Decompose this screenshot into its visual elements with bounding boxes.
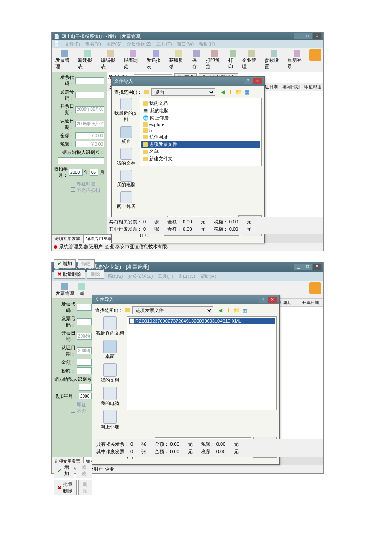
menu-window[interactable]: 窗口(W) (178, 273, 195, 280)
chk-immediate[interactable] (71, 181, 75, 185)
inp-invoice-code[interactable] (75, 77, 104, 84)
close-button[interactable]: × (313, 264, 321, 270)
inp-auth-date[interactable] (77, 347, 92, 354)
maximize-button[interactable]: □ (303, 33, 312, 39)
file-item[interactable]: 🌐网上邻居 (141, 114, 260, 121)
file-item[interactable]: 💻我的电脑 (141, 107, 260, 114)
tb-invoice-mgmt[interactable]: 发票管理 (54, 282, 76, 298)
inp-month[interactable] (90, 169, 98, 176)
file-list[interactable]: RZ00102370902737204913200806031040­19.XM… (127, 316, 277, 410)
place-network[interactable]: 网上邻居 (114, 191, 138, 210)
btn-edit[interactable]: 修改 (78, 259, 95, 268)
view-icon[interactable]: ▦ (243, 89, 250, 95)
dialog-close-button[interactable]: × (268, 297, 277, 303)
inp-invoice-num[interactable] (75, 92, 104, 98)
menu-file[interactable]: 文件(F) (65, 41, 80, 47)
btn-edit[interactable]: 修改 (76, 463, 92, 476)
menu-window[interactable]: 窗口(W) (177, 41, 194, 47)
inp-amount[interactable] (77, 359, 92, 366)
btn-add[interactable]: ✔增加 (54, 259, 76, 268)
minimize-button[interactable]: _ (294, 33, 303, 39)
inp-amount[interactable] (75, 132, 104, 139)
back-icon[interactable]: ◀ (219, 89, 226, 95)
tb-get-feedback[interactable]: 获取反馈 (167, 49, 189, 71)
new-folder-icon[interactable]: 📁 (235, 89, 242, 95)
view-icon[interactable]: ▦ (241, 307, 248, 314)
inp-invoice-num[interactable] (77, 318, 92, 325)
file-item[interactable]: 新建文件夹 (141, 155, 260, 162)
dialog-help-button[interactable]: ? (244, 78, 252, 84)
file-item[interactable]: 航信网址 (141, 133, 260, 141)
place-desktop[interactable]: 桌面 (114, 126, 138, 145)
menu-view[interactable]: 查看(V) (85, 41, 101, 47)
dialog-help-button[interactable]: ? (259, 297, 267, 303)
unit-yuan2: 元 (247, 219, 251, 225)
menu-help[interactable]: 帮助(H) (199, 41, 215, 47)
place-docs[interactable]: 我的文档 (114, 148, 138, 166)
place-desktop[interactable]: 桌面 (95, 340, 125, 360)
tb-new-report[interactable]: 新建报表 (76, 49, 98, 71)
file-list[interactable]: 我的文档 💻我的电脑 🌐网上邻居 explore 5 航信网址 进项发票文件 名… (140, 98, 262, 166)
tb-enterprise[interactable]: 企业管理 (240, 49, 262, 71)
btn-del[interactable]: 删除 (87, 270, 104, 279)
tb-invoice-mgmt[interactable]: 发票管理 (54, 49, 75, 71)
minimize-button[interactable]: _ (294, 264, 303, 270)
file-item[interactable]: 5 (141, 127, 260, 133)
menu-tools[interactable]: 工具(T) (158, 273, 173, 280)
maximize-button[interactable]: □ (303, 264, 312, 270)
new-folder-icon[interactable]: 📁 (233, 307, 240, 314)
chk-no-deduct[interactable] (71, 187, 75, 192)
up-icon[interactable]: ⬆ (227, 89, 234, 95)
menu-help[interactable]: 帮助(H) (200, 273, 216, 280)
inp-tax[interactable] (77, 367, 92, 374)
dialog-close-button[interactable]: × (253, 78, 262, 84)
inp-year[interactable] (79, 393, 92, 399)
tb-send-report[interactable]: 发送报表 (145, 49, 167, 71)
chk-no-deduct[interactable] (71, 408, 75, 413)
chk-immediate[interactable] (71, 402, 75, 406)
place-computer[interactable]: 我的电脑 (114, 170, 138, 188)
file-item-selected[interactable]: 进项发票文件 (141, 141, 260, 148)
inp-invoice-code[interactable] (77, 304, 92, 311)
btn-add[interactable]: ✔增加 (54, 463, 74, 476)
menu-system[interactable]: 系统(S) (107, 273, 123, 280)
menu-system[interactable]: 系统(S) (106, 41, 122, 47)
place-recent[interactable]: 我最近的文档 (95, 316, 125, 336)
inp-tax[interactable] (75, 141, 104, 147)
tb-save[interactable]: 保存 (190, 49, 203, 71)
file-item-selected[interactable]: RZ00102370902737204913200806031040­19.XM… (129, 318, 275, 324)
menu-media[interactable]: 介质传送(Z) (127, 41, 151, 47)
place-network[interactable]: 网上邻居 (95, 410, 125, 430)
inp-year[interactable] (69, 169, 83, 176)
inp-issue-date[interactable] (77, 333, 92, 340)
sel-location[interactable]: 进项发票文件 (132, 306, 213, 314)
tb-print[interactable]: 打印 (227, 49, 239, 71)
tab-input-special[interactable]: 进项专用发票 (52, 234, 83, 243)
place-docs[interactable]: 我的文档 (95, 363, 125, 383)
title-bar: 📄 网上电子报税系统(企业版) - [发票管理] _ □ × (52, 32, 323, 40)
sel-location[interactable]: 桌面 (151, 88, 215, 96)
file-item[interactable]: explore (141, 121, 260, 127)
tb-browse-report[interactable]: 报表浏览 (122, 49, 144, 71)
up-icon[interactable]: ⬆ (225, 307, 232, 314)
inp-seller-id[interactable] (58, 157, 104, 164)
file-item[interactable]: 我的文档 (141, 100, 260, 107)
back-icon[interactable]: ◀ (217, 307, 224, 314)
tab-output-special[interactable]: 销项专用发票 (83, 234, 115, 243)
tb-relogin[interactable]: 重新登录 (286, 49, 308, 71)
place-recent[interactable]: 我最近的文档 (114, 98, 138, 123)
tb-print-preview[interactable]: 打印预览 (204, 49, 226, 71)
menu-media[interactable]: 介质传送(Z) (128, 273, 153, 280)
place-computer[interactable]: 我的电脑 (95, 387, 125, 407)
inp-issue-date[interactable] (75, 106, 104, 113)
inp-seller-id[interactable] (79, 384, 92, 391)
tb-new-report[interactable]: 新 (77, 282, 87, 298)
tb-edit-report[interactable]: 编辑报表 (99, 49, 121, 71)
file-item[interactable]: 名单 (141, 148, 260, 155)
btn-batch-del[interactable]: ✖批量删除 (54, 270, 85, 279)
lbl-stat-tax2: 税额： (214, 226, 228, 231)
tb-settings[interactable]: 参数设置 (263, 49, 285, 71)
close-button[interactable]: × (313, 33, 321, 39)
inp-auth-date[interactable] (75, 121, 104, 127)
menu-tools[interactable]: 工具(T) (156, 41, 172, 47)
